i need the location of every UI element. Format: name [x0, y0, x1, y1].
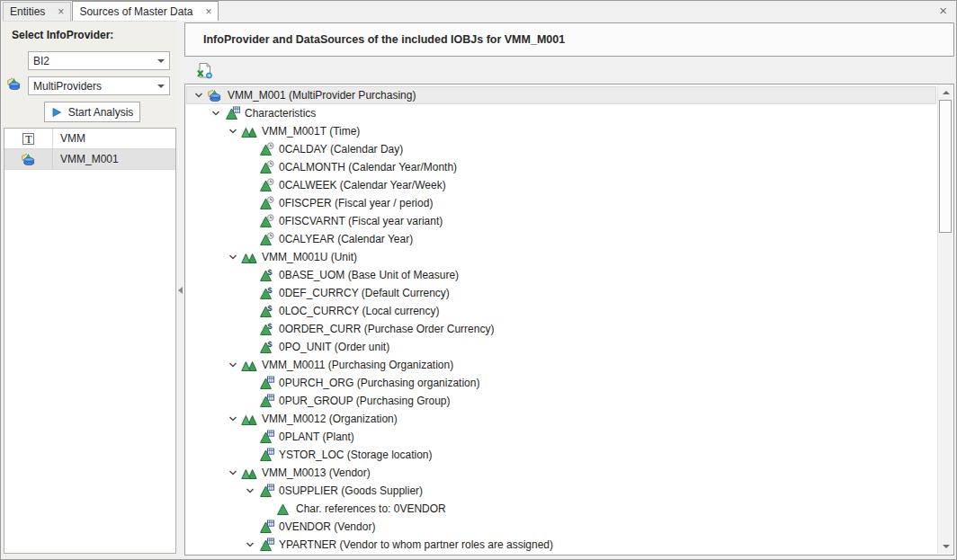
chevron-down-icon[interactable] [241, 538, 258, 552]
start-analysis-label: Start Analysis [68, 106, 134, 119]
chevron-down-icon[interactable] [190, 88, 207, 102]
tree-item[interactable]: VMM_M001T (Time) [186, 122, 936, 140]
app-window: Entities × Sources of Master Data × × Se… [0, 0, 957, 560]
chevron-down-icon[interactable] [241, 484, 258, 498]
export-excel-button[interactable] [193, 59, 215, 81]
window-close-icon[interactable]: × [939, 4, 947, 17]
collapse-left-icon[interactable] [178, 287, 183, 294]
chevron-down-icon[interactable] [153, 84, 169, 88]
scroll-up-icon[interactable] [938, 85, 953, 100]
chevron-down-icon[interactable] [224, 250, 241, 264]
chevron-placeholder [241, 376, 258, 390]
tree-item[interactable]: $0DEF_CURRCY (Default Currency) [186, 284, 936, 302]
panel-splitter[interactable] [177, 21, 184, 557]
tree-item[interactable]: VMM_M001 (MultiProvider Purchasing) [186, 86, 936, 104]
tree-item[interactable]: 0PUR_GROUP (Purchasing Group) [186, 392, 936, 410]
tree-item[interactable]: $0BASE_UOM (Base Unit of Measure) [186, 266, 936, 284]
chevron-placeholder [241, 304, 258, 318]
tree-item[interactable]: $0ORDER_CURR (Purchase Order Currency) [186, 320, 936, 338]
provider-filter-input[interactable]: VMM [53, 132, 175, 145]
multiprovider-icon [4, 149, 53, 169]
tree-item-label: 0SUPPLIER (Goods Supplier) [279, 484, 423, 497]
tab-sources-close-icon[interactable]: × [205, 6, 211, 17]
char-unit-icon: $ [258, 322, 274, 336]
tree-item[interactable]: 0CALMONTH (Calendar Year/Month) [186, 158, 936, 176]
tree-item[interactable]: Char. references to: 0VENDOR [186, 500, 936, 518]
scroll-down-icon[interactable] [938, 539, 953, 554]
chevron-down-icon[interactable] [207, 106, 224, 120]
char-time-icon [258, 214, 274, 228]
tree-item-label: 0FISCVARNT (Fiscal year variant) [279, 215, 443, 227]
svg-text:$: $ [267, 286, 272, 295]
char-time-icon [258, 196, 274, 210]
tree-item[interactable]: YSTOR_LOC (Storage location) [186, 446, 936, 464]
vertical-scrollbar[interactable] [937, 85, 953, 554]
catalog-icon [241, 250, 257, 264]
svg-text:$: $ [267, 304, 272, 313]
tree-item-label: VMM_M0012 (Organization) [262, 413, 398, 425]
tree-item[interactable]: $0PO_UNIT (Order unit) [186, 338, 936, 356]
char-grid-icon [258, 394, 274, 408]
tree-item[interactable]: VMM_M0013 (Vendor) [186, 464, 936, 482]
chevron-placeholder [241, 214, 258, 228]
chevron-down-icon[interactable] [224, 124, 241, 138]
svg-text:$: $ [267, 268, 272, 277]
chevron-down-icon[interactable] [224, 412, 241, 426]
main-panel: InfoProvider and DataSources of the incl… [184, 21, 954, 557]
chevron-placeholder [241, 178, 258, 192]
provider-type-dropdown[interactable]: MultiProviders [28, 76, 170, 95]
char-unit-icon: $ [258, 268, 274, 282]
table-rows: VMM_M001 [4, 149, 175, 170]
system-dropdown[interactable]: BI2 [28, 51, 170, 70]
tree-item-label: 0PO_UNIT (Order unit) [279, 341, 389, 353]
tree-item-label: 0DEF_CURRCY (Default Currency) [279, 287, 450, 299]
tree-item[interactable]: VMM_M0011 (Purchasing Organization) [186, 356, 936, 374]
tree-item[interactable]: VMM_M001U (Unit) [186, 248, 936, 266]
tree-item[interactable]: 0FISCVARNT (Fiscal year variant) [186, 212, 936, 230]
tree-item[interactable]: $0LOC_CURRCY (Local currency) [186, 302, 936, 320]
tree-item[interactable]: Characteristics [186, 104, 936, 122]
chevron-down-icon[interactable] [224, 358, 241, 372]
chevron-placeholder [241, 322, 258, 336]
tree-item[interactable]: 0CALDAY (Calendar Day) [186, 140, 936, 158]
tree-item[interactable]: VMM_M0012 (Organization) [186, 410, 936, 428]
tree-item[interactable]: 0CALWEEK (Calendar Year/Week) [186, 176, 936, 194]
char-grid-icon [258, 448, 274, 462]
tree-item[interactable]: 0SUPPLIER (Goods Supplier) [186, 482, 936, 500]
svg-text:$: $ [267, 340, 272, 349]
tree-item-label: 0CALMONTH (Calendar Year/Month) [279, 161, 457, 173]
tree-item-label: 0CALDAY (Calendar Day) [279, 143, 403, 156]
sidebar-title: Select InfoProvider: [12, 29, 113, 41]
tree-toolbar [184, 57, 954, 84]
tab-sources-of-master-data[interactable]: Sources of Master Data × [72, 1, 219, 21]
char-unit-icon: $ [258, 340, 274, 354]
char-time-icon [258, 232, 274, 246]
table-row[interactable]: VMM_M001 [4, 149, 175, 170]
tree-item-label: YPARTNER (Vendor to whom partner roles a… [279, 538, 553, 551]
catalog-icon [241, 124, 257, 138]
tree-item[interactable]: 0PURCH_ORG (Purchasing organization) [186, 374, 936, 392]
tree-item-label: Characteristics [245, 107, 316, 120]
chevron-placeholder [241, 340, 258, 354]
scrollbar-thumb[interactable] [939, 100, 952, 233]
start-analysis-button[interactable]: Start Analysis [44, 102, 140, 122]
char-grid-icon [258, 376, 274, 390]
triangle-icon [275, 502, 291, 516]
tree-item[interactable]: 0CALYEAR (Calendar Year) [186, 230, 936, 248]
tree-item[interactable]: YPARTNER (Vendor to whom partner roles a… [186, 536, 936, 554]
tree-item-label: 0CALYEAR (Calendar Year) [279, 233, 413, 245]
char-grid-icon [258, 538, 274, 552]
chevron-down-icon[interactable] [224, 466, 241, 480]
tab-entities-close-icon[interactable]: × [58, 6, 64, 17]
provider-result-table: T VMM VMM_M001 [4, 128, 176, 554]
provider-type-dropdown-value: MultiProviders [29, 80, 153, 93]
char-time-icon [258, 178, 274, 192]
tab-sources-label: Sources of Master Data [79, 5, 192, 18]
chevron-placeholder [241, 268, 258, 282]
tree-item-label: YSTOR_LOC (Storage location) [279, 449, 433, 461]
tab-entities[interactable]: Entities × [3, 2, 71, 21]
tree-item[interactable]: 0VENDOR (Vendor) [186, 518, 936, 536]
tree-item[interactable]: 0FISCPER (Fiscal year / period) [186, 194, 936, 212]
tree-item[interactable]: 0PLANT (Plant) [186, 428, 936, 446]
chevron-down-icon[interactable] [153, 59, 169, 63]
